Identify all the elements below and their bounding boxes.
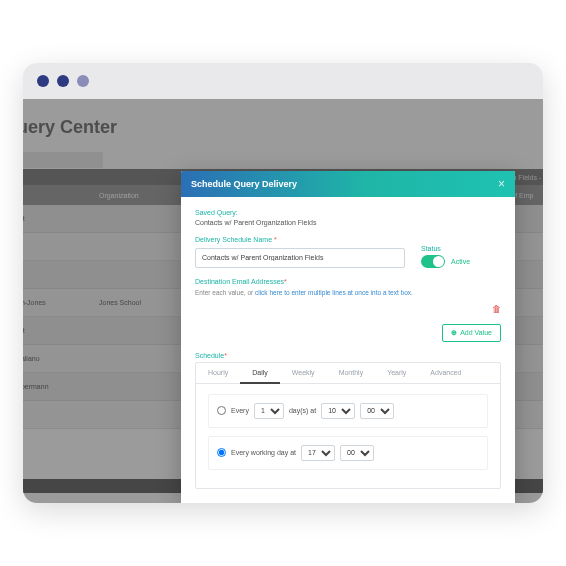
destination-hint: Enter each value, or click here to enter… bbox=[195, 289, 501, 296]
plus-icon: ⊕ bbox=[451, 329, 457, 337]
every-n-days-option[interactable]: Every 1 day(s) at 10 00 bbox=[208, 394, 488, 428]
tab-yearly[interactable]: Yearly bbox=[375, 363, 418, 383]
tab-content: Every 1 day(s) at 10 00 Every working da… bbox=[196, 384, 500, 488]
modal-body: Saved Query: Contacts w/ Parent Organiza… bbox=[181, 197, 515, 489]
hour-select-2[interactable]: 17 bbox=[301, 445, 335, 461]
destination-label: Destination Email Addresses* bbox=[195, 278, 501, 285]
schedule-name-input[interactable] bbox=[195, 248, 405, 268]
modal-header: Schedule Query Delivery × bbox=[181, 171, 515, 197]
tab-daily[interactable]: Daily bbox=[240, 363, 280, 384]
status-toggle[interactable] bbox=[421, 255, 445, 268]
schedule-section-label: Schedule* bbox=[195, 352, 501, 359]
every-working-day-radio[interactable] bbox=[217, 448, 226, 457]
tab-hourly[interactable]: Hourly bbox=[196, 363, 240, 383]
trash-icon[interactable]: 🗑 bbox=[492, 304, 501, 314]
titlebar bbox=[23, 63, 543, 99]
window-dot bbox=[37, 75, 49, 87]
modal-title: Schedule Query Delivery bbox=[191, 179, 297, 189]
tab-advanced[interactable]: Advanced bbox=[418, 363, 473, 383]
every-working-day-option[interactable]: Every working day at 17 00 bbox=[208, 436, 488, 470]
every-n-days-radio[interactable] bbox=[217, 406, 226, 415]
minute-select[interactable]: 00 bbox=[360, 403, 394, 419]
schedule-tabs: Hourly Daily Weekly Monthly Yearly Advan… bbox=[195, 362, 501, 489]
status-label: Status bbox=[421, 245, 501, 252]
schedule-name-label: Delivery Schedule Name * bbox=[195, 236, 405, 243]
multi-line-link[interactable]: click here to enter multiple lines at on… bbox=[255, 289, 411, 296]
browser-frame: uery Center Contacts w/ Parent Organizat… bbox=[23, 63, 543, 503]
tab-monthly[interactable]: Monthly bbox=[327, 363, 376, 383]
tab-bar: Hourly Daily Weekly Monthly Yearly Advan… bbox=[196, 363, 500, 384]
window-dot bbox=[77, 75, 89, 87]
tab-weekly[interactable]: Weekly bbox=[280, 363, 327, 383]
add-value-button[interactable]: ⊕Add Value bbox=[442, 324, 501, 342]
days-count-select[interactable]: 1 bbox=[254, 403, 284, 419]
saved-query-label: Saved Query: bbox=[195, 209, 501, 216]
hour-select[interactable]: 10 bbox=[321, 403, 355, 419]
status-value: Active bbox=[451, 258, 470, 265]
minute-select-2[interactable]: 00 bbox=[340, 445, 374, 461]
schedule-query-modal: Schedule Query Delivery × Saved Query: C… bbox=[181, 171, 515, 503]
close-icon[interactable]: × bbox=[498, 177, 505, 191]
app-viewport: uery Center Contacts w/ Parent Organizat… bbox=[23, 99, 543, 503]
window-dot bbox=[57, 75, 69, 87]
saved-query-value: Contacts w/ Parent Organization Fields bbox=[195, 219, 501, 226]
